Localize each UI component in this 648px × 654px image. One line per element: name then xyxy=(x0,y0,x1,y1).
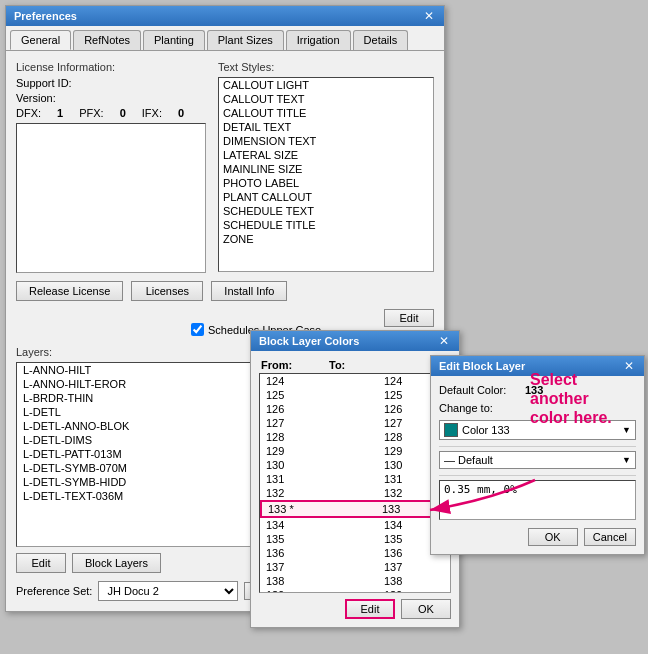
blc-header: From: To: xyxy=(259,359,451,373)
linetype-dropdown-arrow-icon: ▼ xyxy=(622,455,631,465)
list-item[interactable]: LATERAL SIZE xyxy=(219,148,433,162)
blc-list[interactable]: 124124 125125 126126 127127 128128 12912… xyxy=(259,373,451,593)
list-item[interactable]: CALLOUT TITLE xyxy=(219,106,433,120)
lineweight-textarea[interactable] xyxy=(439,480,636,520)
linetype-dropdown[interactable]: — Default ▼ xyxy=(439,451,636,469)
blc-row[interactable]: 137137 xyxy=(260,560,450,574)
annotation-text: Select another color here. xyxy=(530,370,612,428)
ebl-ok-button[interactable]: OK xyxy=(528,528,578,546)
layer-name: L-DETL-SYMB-HIDD xyxy=(23,476,126,488)
preference-set-select[interactable]: JH Docu 2 xyxy=(98,581,238,601)
ebl-cancel-button[interactable]: Cancel xyxy=(584,528,636,546)
list-item[interactable]: SCHEDULE TEXT xyxy=(219,204,433,218)
ebl-close-button[interactable]: ✕ xyxy=(622,360,636,372)
install-info-button[interactable]: Install Info xyxy=(211,281,287,301)
version-row: Version: xyxy=(16,92,206,104)
blc-row[interactable]: 129129 xyxy=(260,444,450,458)
top-two-col: License Information: Support ID: Version… xyxy=(16,61,434,273)
list-item[interactable]: DETAIL TEXT xyxy=(219,120,433,134)
preferences-tabs: General RefNotes Planting Plant Sizes Ir… xyxy=(6,26,444,51)
blc-row[interactable]: 124124 xyxy=(260,374,450,388)
blc-row[interactable]: 135135 xyxy=(260,532,450,546)
pfx-label: PFX: xyxy=(79,107,103,119)
ifx-value: 0 xyxy=(178,107,184,119)
release-license-button[interactable]: Release License xyxy=(16,281,123,301)
edit-text-button[interactable]: Edit xyxy=(384,309,434,327)
tab-details[interactable]: Details xyxy=(353,30,409,50)
licenses-button[interactable]: Licenses xyxy=(131,281,203,301)
license-label: License Information: xyxy=(16,61,206,73)
preferences-close-button[interactable]: ✕ xyxy=(422,10,436,22)
block-layer-colors-window: Block Layer Colors ✕ From: To: 124124 12… xyxy=(250,330,460,628)
text-styles-section: Text Styles: CALLOUT LIGHT CALLOUT TEXT … xyxy=(218,61,434,273)
dropdown-arrow-icon: ▼ xyxy=(622,425,631,435)
blc-ok-button[interactable]: OK xyxy=(401,599,451,619)
ifx-label: IFX: xyxy=(142,107,162,119)
version-label: Version: xyxy=(16,92,56,104)
blc-row[interactable]: 138138 xyxy=(260,574,450,588)
blc-row[interactable]: 130130 xyxy=(260,458,450,472)
blc-row[interactable]: 126126 xyxy=(260,402,450,416)
list-item[interactable]: ZONE xyxy=(219,232,433,246)
layer-name: L-DETL-TEXT-036M xyxy=(23,490,123,502)
schedules-upper-case-checkbox[interactable] xyxy=(191,323,204,336)
text-styles-label: Text Styles: xyxy=(218,61,434,73)
list-item[interactable]: MAINLINE SIZE xyxy=(219,162,433,176)
layer-name: L-DETL xyxy=(23,406,61,418)
dfx-label: DFX: xyxy=(16,107,41,119)
list-item[interactable]: CALLOUT TEXT xyxy=(219,92,433,106)
ebl-button-row: OK Cancel xyxy=(439,528,636,546)
linetype-label: — Default xyxy=(444,454,493,466)
text-styles-list[interactable]: CALLOUT LIGHT CALLOUT TEXT CALLOUT TITLE… xyxy=(218,77,434,272)
blc-row[interactable]: 127127 xyxy=(260,416,450,430)
layer-name: L-BRDR-THIN xyxy=(23,392,93,404)
layer-name: L-DETL-PATT-013M xyxy=(23,448,122,460)
default-color-label: Default Color: xyxy=(439,384,519,396)
preference-set-label: Preference Set: xyxy=(16,585,92,597)
tab-refnotes[interactable]: RefNotes xyxy=(73,30,141,50)
list-item[interactable]: CALLOUT LIGHT xyxy=(219,78,433,92)
separator2 xyxy=(439,475,636,476)
tab-plant-sizes[interactable]: Plant Sizes xyxy=(207,30,284,50)
support-id-row: Support ID: xyxy=(16,77,206,89)
preferences-title: Preferences xyxy=(14,10,77,22)
layer-name: L-ANNO-HILT-EROR xyxy=(23,378,126,390)
pfx-value: 0 xyxy=(120,107,126,119)
license-info-box xyxy=(16,123,206,273)
list-item[interactable]: DIMENSION TEXT xyxy=(219,134,433,148)
blc-from-header: From: xyxy=(261,359,321,371)
blc-row-selected[interactable]: 133 *133 xyxy=(260,500,450,518)
layer-name: L-DETL-SYMB-070M xyxy=(23,462,127,474)
blc-close-button[interactable]: ✕ xyxy=(437,335,451,347)
layer-name: L-ANNO-HILT xyxy=(23,364,91,376)
license-section: License Information: Support ID: Version… xyxy=(16,61,206,273)
blc-row[interactable]: 136136 xyxy=(260,546,450,560)
blc-row[interactable]: 125125 xyxy=(260,388,450,402)
blc-row[interactable]: 131131 xyxy=(260,472,450,486)
blc-row[interactable]: 128128 xyxy=(260,430,450,444)
blc-to-header: To: xyxy=(329,359,389,371)
blc-edit-button[interactable]: Edit xyxy=(345,599,395,619)
dfx-row: DFX: 1 PFX: 0 IFX: 0 xyxy=(16,107,206,119)
tab-irrigation[interactable]: Irrigation xyxy=(286,30,351,50)
separator xyxy=(439,446,636,447)
layer-name: L-DETL-ANNO-BLOK xyxy=(23,420,129,432)
list-item[interactable]: PHOTO LABEL xyxy=(219,176,433,190)
blc-row[interactable]: 139139 xyxy=(260,588,450,593)
dfx-value: 1 xyxy=(57,107,63,119)
preferences-title-bar[interactable]: Preferences ✕ xyxy=(6,6,444,26)
color-option-label: Color 133 xyxy=(462,424,510,436)
blc-title-bar[interactable]: Block Layer Colors ✕ xyxy=(251,331,459,351)
blc-row[interactable]: 132132 xyxy=(260,486,450,500)
color-swatch xyxy=(444,423,458,437)
list-item[interactable]: PLANT CALLOUT xyxy=(219,190,433,204)
layer-name: L-DETL-DIMS xyxy=(23,434,92,446)
block-layers-button[interactable]: Block Layers xyxy=(72,553,161,573)
tab-planting[interactable]: Planting xyxy=(143,30,205,50)
tab-general[interactable]: General xyxy=(10,30,71,50)
list-item[interactable]: SCHEDULE TITLE xyxy=(219,218,433,232)
edit-layer-button[interactable]: Edit xyxy=(16,553,66,573)
ebl-title: Edit Block Layer xyxy=(439,360,525,372)
blc-row[interactable]: 134134 xyxy=(260,518,450,532)
blc-title: Block Layer Colors xyxy=(259,335,359,347)
